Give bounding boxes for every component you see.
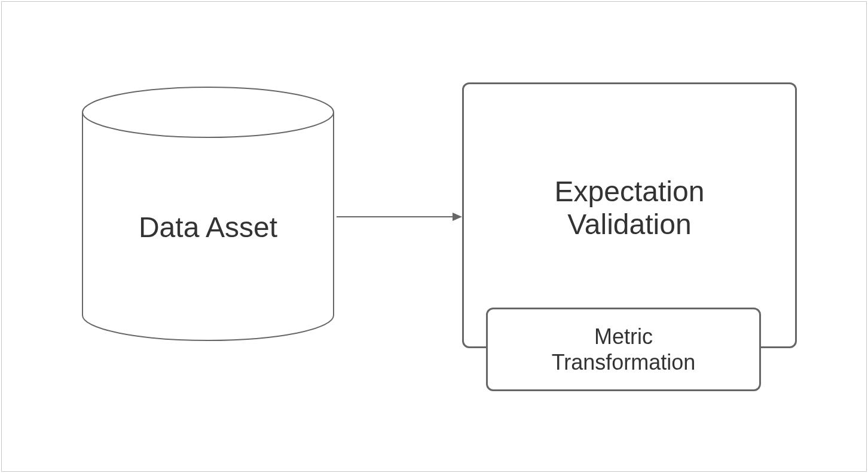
svg-point-0 — [82, 87, 334, 137]
svg-marker-4 — [453, 213, 462, 221]
metric-transformation-box: Metric Transformation — [486, 308, 761, 391]
diagram-canvas: Data Asset Expectation Validation Metric… — [1, 1, 867, 472]
expectation-validation-line1: Expectation — [555, 176, 705, 207]
arrow-data-to-validation — [337, 211, 462, 223]
metric-transformation-label: Metric Transformation — [552, 324, 696, 375]
metric-transformation-line1: Metric — [594, 324, 653, 349]
data-asset-label: Data Asset — [80, 211, 337, 244]
metric-transformation-line2: Transformation — [552, 350, 696, 374]
expectation-validation-line2: Validation — [567, 208, 691, 240]
expectation-validation-label: Expectation Validation — [462, 175, 797, 241]
